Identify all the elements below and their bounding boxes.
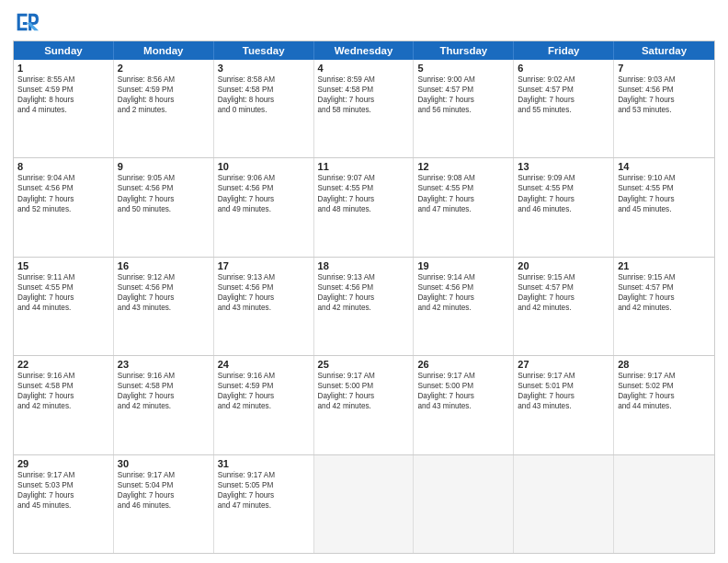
- cell-line: Sunrise: 9:15 AM: [618, 272, 711, 282]
- day-cell-2: 2Sunrise: 8:56 AMSunset: 4:59 PMDaylight…: [114, 60, 214, 157]
- day-cell-25: 25Sunrise: 9:17 AMSunset: 5:00 PMDayligh…: [314, 356, 415, 454]
- cell-line: and 49 minutes.: [218, 204, 310, 214]
- cell-line: Sunrise: 9:17 AM: [118, 470, 210, 480]
- calendar-body: 1Sunrise: 8:55 AMSunset: 4:59 PMDaylight…: [14, 60, 714, 553]
- day-number: 11: [318, 161, 410, 172]
- cell-line: Sunset: 4:57 PM: [518, 282, 609, 293]
- week-row-5: 29Sunrise: 9:17 AMSunset: 5:03 PMDayligh…: [14, 455, 714, 553]
- cell-line: Daylight: 7 hours: [417, 95, 509, 105]
- col-header-wednesday: Wednesday: [314, 41, 415, 60]
- week-row-1: 1Sunrise: 8:55 AMSunset: 4:59 PMDaylight…: [14, 60, 714, 158]
- col-header-friday: Friday: [514, 41, 614, 60]
- cell-line: and 44 minutes.: [17, 303, 109, 313]
- cell-line: and 42 minutes.: [618, 303, 711, 313]
- day-number: 1: [17, 63, 109, 74]
- cell-line: and 42 minutes.: [118, 401, 210, 411]
- cell-line: Sunrise: 8:56 AM: [118, 75, 210, 85]
- week-row-3: 15Sunrise: 9:11 AMSunset: 4:55 PMDayligh…: [14, 258, 714, 356]
- day-number: 30: [118, 458, 210, 469]
- day-number: 27: [518, 359, 609, 370]
- cell-line: Daylight: 7 hours: [118, 490, 210, 500]
- cell-line: Sunset: 4:56 PM: [218, 282, 310, 293]
- cell-line: and 52 minutes.: [17, 204, 109, 214]
- cell-line: Sunset: 4:59 PM: [218, 381, 310, 391]
- cell-line: Sunset: 4:58 PM: [318, 85, 410, 95]
- cell-line: Sunrise: 9:05 AM: [118, 173, 210, 183]
- cell-line: and 42 minutes.: [17, 401, 109, 411]
- cell-line: Sunset: 4:56 PM: [318, 282, 410, 293]
- day-cell-20: 20Sunrise: 9:15 AMSunset: 4:57 PMDayligh…: [514, 258, 614, 355]
- cell-line: and 53 minutes.: [618, 105, 711, 115]
- cell-line: Sunset: 4:58 PM: [218, 85, 310, 95]
- cell-line: Sunrise: 9:04 AM: [17, 173, 109, 183]
- calendar-header: SundayMondayTuesdayWednesdayThursdayFrid…: [14, 41, 714, 60]
- cell-line: Sunrise: 9:17 AM: [417, 371, 509, 381]
- day-number: 22: [17, 359, 109, 370]
- cell-line: Daylight: 7 hours: [618, 293, 711, 303]
- cell-line: Daylight: 7 hours: [417, 194, 509, 204]
- cell-line: Daylight: 7 hours: [218, 490, 310, 500]
- header: [13, 9, 715, 35]
- col-header-tuesday: Tuesday: [214, 41, 314, 60]
- day-number: 9: [118, 161, 210, 172]
- cell-line: Sunset: 4:56 PM: [218, 183, 310, 193]
- col-header-sunday: Sunday: [14, 41, 114, 60]
- cell-line: Sunset: 5:02 PM: [618, 381, 711, 391]
- day-cell-9: 9Sunrise: 9:05 AMSunset: 4:56 PMDaylight…: [114, 158, 214, 256]
- cell-line: Daylight: 7 hours: [118, 293, 210, 303]
- cell-line: and 48 minutes.: [318, 204, 410, 214]
- cell-line: Sunrise: 9:17 AM: [218, 470, 310, 480]
- cell-line: and 0 minutes.: [218, 105, 310, 115]
- cell-line: Sunset: 4:55 PM: [17, 282, 109, 293]
- cell-line: Sunset: 4:59 PM: [17, 85, 109, 95]
- cell-line: Daylight: 7 hours: [518, 194, 609, 204]
- cell-line: and 46 minutes.: [518, 204, 609, 214]
- cell-line: Daylight: 8 hours: [218, 95, 310, 105]
- day-cell-14: 14Sunrise: 9:10 AMSunset: 4:55 PMDayligh…: [614, 158, 714, 256]
- cell-line: Daylight: 7 hours: [218, 194, 310, 204]
- day-number: 26: [417, 359, 509, 370]
- day-number: 17: [218, 260, 310, 271]
- week-row-4: 22Sunrise: 9:16 AMSunset: 4:58 PMDayligh…: [14, 356, 714, 454]
- cell-line: Sunset: 4:57 PM: [618, 282, 711, 293]
- cell-line: Sunset: 4:56 PM: [118, 282, 210, 293]
- cell-line: Sunset: 5:00 PM: [318, 381, 410, 391]
- cell-line: Daylight: 7 hours: [218, 293, 310, 303]
- day-cell-24: 24Sunrise: 9:16 AMSunset: 4:59 PMDayligh…: [214, 356, 314, 454]
- day-number: 18: [318, 260, 410, 271]
- day-number: 13: [518, 161, 609, 172]
- day-number: 21: [618, 260, 711, 271]
- cell-line: Sunrise: 9:08 AM: [417, 173, 509, 183]
- col-header-saturday: Saturday: [614, 41, 714, 60]
- cell-line: Daylight: 7 hours: [318, 95, 410, 105]
- cell-line: Sunset: 4:55 PM: [518, 183, 609, 193]
- cell-line: Sunrise: 8:58 AM: [218, 75, 310, 85]
- day-number: 5: [417, 63, 509, 74]
- cell-line: Daylight: 7 hours: [618, 391, 711, 401]
- cell-line: and 46 minutes.: [118, 500, 210, 511]
- cell-line: and 44 minutes.: [618, 401, 711, 411]
- cell-line: Sunrise: 9:17 AM: [318, 371, 410, 381]
- day-cell-26: 26Sunrise: 9:17 AMSunset: 5:00 PMDayligh…: [414, 356, 514, 454]
- cell-line: Sunrise: 9:12 AM: [118, 272, 210, 282]
- cell-line: Sunrise: 9:09 AM: [518, 173, 609, 183]
- cell-line: and 43 minutes.: [218, 303, 310, 313]
- cell-line: Sunset: 4:55 PM: [417, 183, 509, 193]
- cell-line: Daylight: 7 hours: [518, 391, 609, 401]
- cell-line: and 42 minutes.: [417, 303, 509, 313]
- day-cell-15: 15Sunrise: 9:11 AMSunset: 4:55 PMDayligh…: [14, 258, 114, 355]
- cell-line: Sunrise: 8:55 AM: [17, 75, 109, 85]
- day-number: 29: [17, 458, 109, 469]
- day-cell-1: 1Sunrise: 8:55 AMSunset: 4:59 PMDaylight…: [14, 60, 114, 157]
- cell-line: Daylight: 7 hours: [118, 391, 210, 401]
- day-number: 25: [318, 359, 410, 370]
- day-number: 2: [118, 63, 210, 74]
- day-number: 10: [218, 161, 310, 172]
- day-number: 12: [417, 161, 509, 172]
- cell-line: Sunset: 4:58 PM: [118, 381, 210, 391]
- logo: [13, 9, 42, 35]
- cell-line: Sunrise: 9:02 AM: [518, 75, 609, 85]
- cell-line: Sunrise: 9:16 AM: [218, 371, 310, 381]
- cell-line: Sunrise: 9:10 AM: [618, 173, 711, 183]
- cell-line: Daylight: 7 hours: [318, 293, 410, 303]
